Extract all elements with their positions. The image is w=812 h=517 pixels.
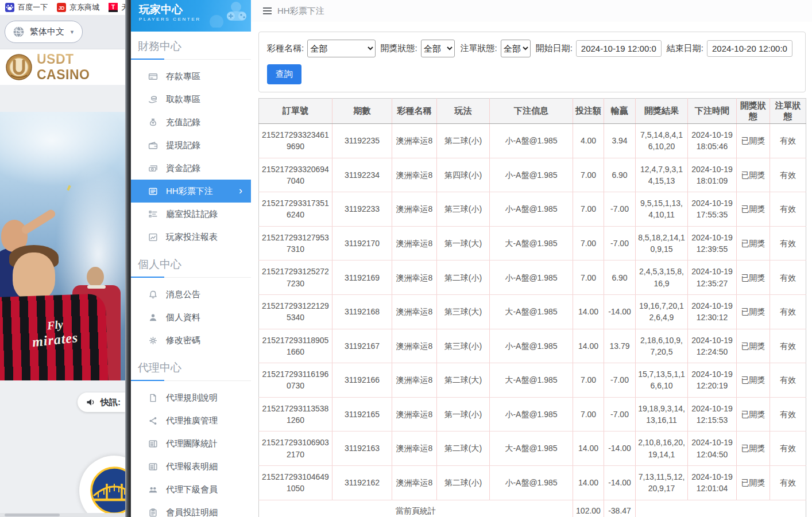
draw-result-cell: 7,5,14,8,4,16,10,20 bbox=[636, 124, 688, 158]
draw-result-cell: 12,4,7,9,3,14,15,13 bbox=[636, 158, 688, 192]
order-status-cell: 有效 bbox=[770, 261, 806, 295]
bet-time-cell: 2024-10-19 12:30:12 bbox=[688, 294, 737, 329]
chevron-right-icon: › bbox=[239, 185, 242, 196]
bet-info-cell: 小-A盤@1.985 bbox=[490, 192, 573, 227]
filter-select-lottery-name[interactable]: 全部 bbox=[307, 40, 375, 57]
table-row: 215217293104649105031192162澳洲幸运8第二球(小)小-… bbox=[259, 465, 806, 500]
filter-select-draw-status[interactable]: 全部 bbox=[421, 40, 455, 57]
sidebar-item[interactable]: 存款專區 bbox=[131, 65, 251, 88]
sidebar-section: 財務中心存款專區取款專區充值記錄提現記錄資金記錄HH彩票下注›廳室投註記錄玩家投… bbox=[131, 32, 251, 250]
scrollbar-thumb[interactable] bbox=[5, 514, 60, 516]
news-ticker[interactable]: 快訊: bbox=[78, 392, 125, 412]
soccer-player-red-head bbox=[87, 267, 104, 287]
sidebar-item[interactable]: 個人資料 bbox=[131, 306, 251, 329]
sidebar-item[interactable]: 廳室投註記錄 bbox=[131, 203, 251, 226]
left-site-panel: 百度一下JD京东商城T天猫 繁体中文 ▼ USDT CASINO bbox=[0, 0, 125, 517]
sidebar-item[interactable]: 消息公告 bbox=[131, 283, 251, 306]
bookmark-item[interactable]: T天猫 bbox=[109, 2, 125, 13]
sidebar-item[interactable]: 充值記錄 bbox=[131, 111, 251, 134]
svg-text:T: T bbox=[111, 4, 115, 10]
report-chart-icon bbox=[148, 232, 158, 242]
filter-label-draw-status: 開獎狀態: bbox=[381, 43, 417, 54]
column-header: 彩種名稱 bbox=[392, 99, 437, 124]
table-row: 215217293118905166031192167澳洲幸运8第三球(小)小-… bbox=[259, 329, 806, 363]
sidebar-item-label: 取款專區 bbox=[166, 94, 200, 105]
lottery-name-cell: 澳洲幸运8 bbox=[392, 226, 437, 261]
clipboard-icon bbox=[148, 508, 158, 517]
filter-input-start-date[interactable] bbox=[576, 40, 662, 57]
order-number-cell: 2152172931161960730 bbox=[259, 363, 332, 398]
list-check-icon bbox=[148, 209, 158, 219]
bet-amount-cell: 7.00 bbox=[573, 261, 604, 295]
lottery-name-cell: 澳洲幸运8 bbox=[392, 465, 437, 500]
team-badge[interactable] bbox=[79, 456, 125, 517]
sidebar-item-label: 充值記錄 bbox=[166, 117, 200, 128]
order-status-cell: 有效 bbox=[770, 397, 806, 432]
logo-text: USDT CASINO bbox=[37, 52, 125, 83]
period-cell: 31192233 bbox=[332, 192, 392, 227]
sidebar-item[interactable]: 提現記錄 bbox=[131, 134, 251, 157]
win-loss-cell: 6.90 bbox=[604, 158, 636, 192]
draw-result-cell: 2,10,8,16,20,19,14,1 bbox=[636, 432, 688, 466]
draw-status-cell: 已開獎 bbox=[737, 124, 770, 158]
wallet-icon bbox=[148, 141, 158, 150]
filter-input-end-date[interactable] bbox=[707, 40, 792, 57]
sidebar-item[interactable]: 玩家投注報表 bbox=[131, 226, 251, 248]
hamburger-icon[interactable] bbox=[263, 7, 272, 14]
play-type-cell: 第二球(小) bbox=[437, 261, 490, 295]
main-topbar: HH彩票下注 bbox=[251, 0, 812, 22]
hero-image: Fly mirates bbox=[0, 112, 125, 380]
play-type-cell: 第三球(小) bbox=[437, 192, 490, 227]
summary-label: 當前頁統計 bbox=[259, 500, 573, 517]
bets-table: 訂單號期數彩種名稱玩法下注信息投注額輸贏開獎結果下注時間開獎狀態注單狀態2152… bbox=[258, 98, 806, 517]
banknotes-icon bbox=[148, 164, 158, 173]
table-row: 215217293320694704031192234澳洲幸运8第四球(小)小-… bbox=[259, 158, 806, 192]
draw-status-cell: 已開獎 bbox=[737, 329, 770, 363]
bookmark-item[interactable]: 百度一下 bbox=[5, 2, 48, 13]
draw-result-cell: 8,5,18,2,14,10,9,15 bbox=[636, 226, 688, 261]
money-bag-icon bbox=[148, 118, 158, 127]
order-number-cell: 2152172931069032170 bbox=[259, 432, 332, 466]
sidebar-section: 代理中心代理規則說明代理推廣管理代理團隊統計代理報表明細代理下級會員會員投註明細… bbox=[131, 353, 251, 517]
language-selector[interactable]: 繁体中文 ▼ bbox=[5, 21, 83, 43]
ticket-list-icon bbox=[148, 186, 158, 196]
table-row: 215217293127953731031192170澳洲幸运8第一球(大)大-… bbox=[259, 226, 806, 261]
sidebar-item[interactable]: 會員投註明細 bbox=[131, 501, 251, 517]
filter-select-order-status[interactable]: 全部 bbox=[501, 40, 531, 57]
user-icon bbox=[148, 313, 158, 322]
table-row: 215217293323461969031192235澳洲幸运8第二球(小)小-… bbox=[259, 124, 806, 158]
sidebar-item[interactable]: 取款專區 bbox=[131, 88, 251, 111]
table-row: 215217293125272723031192169澳洲幸运8第二球(小)小-… bbox=[259, 261, 806, 295]
draw-result-cell: 2,4,5,3,15,8,16,9 bbox=[636, 261, 688, 295]
draw-status-cell: 已開獎 bbox=[737, 465, 770, 500]
language-label: 繁体中文 bbox=[30, 26, 64, 37]
table-row: 215217293106903217031192163澳洲幸运8第二球(大)大-… bbox=[259, 432, 806, 466]
bet-info-cell: 大-A盤@1.985 bbox=[490, 294, 573, 329]
table-header-row: 訂單號期數彩種名稱玩法下注信息投注額輸贏開獎結果下注時間開獎狀態注單狀態 bbox=[259, 99, 806, 124]
column-header: 輸贏 bbox=[604, 99, 636, 124]
win-loss-cell: 13.79 bbox=[604, 329, 636, 363]
bookmark-item[interactable]: JD京东商城 bbox=[57, 2, 99, 13]
globe-icon bbox=[13, 26, 25, 38]
soccer-player-red-collar bbox=[87, 285, 106, 289]
sidebar-item[interactable]: 代理推廣管理 bbox=[131, 409, 251, 432]
gold-coin-icon bbox=[5, 53, 33, 81]
users-icon bbox=[148, 485, 158, 495]
period-cell: 31192235 bbox=[332, 124, 392, 158]
search-button[interactable]: 查詢 bbox=[267, 64, 301, 84]
bookmarks-bar: 百度一下JD京东商城T天猫 bbox=[0, 0, 125, 15]
order-status-cell: 有效 bbox=[770, 192, 806, 227]
sidebar-item[interactable]: 代理規則說明 bbox=[131, 386, 251, 409]
period-cell: 31192234 bbox=[332, 158, 392, 192]
bet-amount-cell: 7.00 bbox=[573, 192, 604, 227]
sidebar-item[interactable]: 資金記錄 bbox=[131, 157, 251, 180]
sidebar-item[interactable]: 代理下級會員 bbox=[131, 478, 251, 501]
sidebar-item[interactable]: HH彩票下注› bbox=[131, 180, 251, 203]
bet-amount-cell: 4.00 bbox=[573, 124, 604, 158]
horizontal-scrollbar[interactable] bbox=[0, 513, 125, 517]
sidebar-item[interactable]: 代理團隊統計 bbox=[131, 432, 251, 455]
bet-info-cell: 小-A盤@1.985 bbox=[490, 261, 573, 295]
sidebar-item[interactable]: 代理報表明細 bbox=[131, 455, 251, 478]
column-header: 玩法 bbox=[437, 99, 490, 124]
sidebar-item[interactable]: 修改密碼 bbox=[131, 329, 251, 352]
